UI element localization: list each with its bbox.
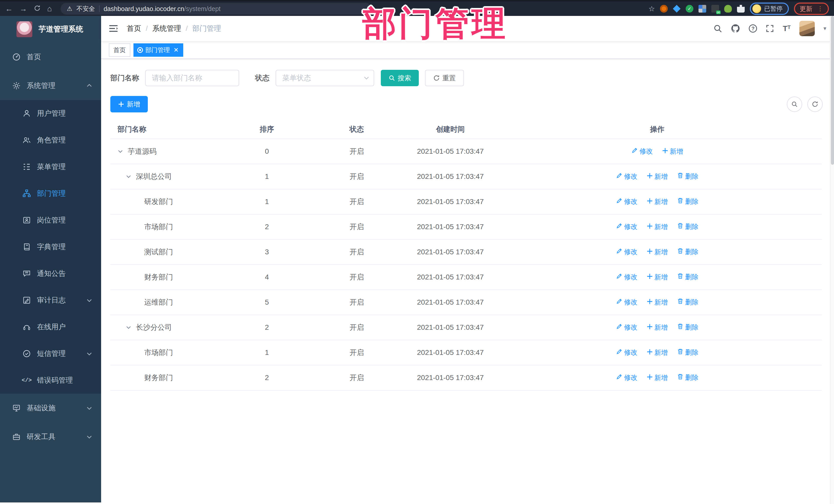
- delete-link[interactable]: 删除: [677, 373, 699, 382]
- edit-link[interactable]: 修改: [616, 172, 637, 181]
- delete-link[interactable]: 删除: [677, 222, 699, 231]
- sidebar-item[interactable]: 菜单管理: [0, 153, 101, 180]
- sidebar-item[interactable]: 在线用户: [0, 313, 101, 340]
- expand-arrow-icon[interactable]: [126, 325, 136, 330]
- sidebar-item[interactable]: 系统管理: [0, 71, 101, 100]
- add-link[interactable]: 新增: [647, 248, 668, 257]
- sort-value: 3: [228, 248, 305, 256]
- github-icon[interactable]: [731, 24, 740, 33]
- expand-arrow-icon[interactable]: [126, 174, 136, 179]
- search-button[interactable]: 搜索: [381, 70, 419, 86]
- address-bar[interactable]: ⚠ 不安全 dashboard.yudao.iocoder.cn/system/…: [61, 3, 372, 15]
- extension-icon-on-badge[interactable]: [711, 5, 719, 13]
- close-icon[interactable]: ✕: [174, 47, 179, 53]
- home-icon[interactable]: ⌂: [47, 5, 52, 13]
- scrollbar-thumb[interactable]: [831, 16, 834, 165]
- edit-link[interactable]: 修改: [616, 373, 637, 382]
- status-select[interactable]: [276, 70, 374, 86]
- add-link[interactable]: 新增: [647, 222, 668, 232]
- fullscreen-icon[interactable]: [766, 24, 774, 32]
- edit-link[interactable]: 修改: [616, 348, 637, 357]
- announcement-icon: [21, 269, 32, 278]
- add-button[interactable]: 新增: [110, 96, 148, 112]
- extensions-puzzle-icon[interactable]: [737, 5, 745, 13]
- help-icon[interactable]: ?: [749, 24, 757, 32]
- edit-link[interactable]: 修改: [616, 298, 637, 307]
- back-icon[interactable]: ←: [5, 5, 13, 13]
- browser-update-button[interactable]: 更新 ⋮: [794, 3, 829, 15]
- sidebar-item[interactable]: 角色管理: [0, 127, 101, 153]
- sidebar-item[interactable]: 通知公告: [0, 260, 101, 287]
- bookmark-star-icon[interactable]: ☆: [649, 5, 655, 13]
- add-link[interactable]: 新增: [647, 298, 668, 307]
- edit-link[interactable]: 修改: [616, 247, 637, 256]
- extension-icon-orange[interactable]: [660, 5, 668, 13]
- sort-value: 1: [228, 198, 305, 206]
- breadcrumb-item[interactable]: 首页: [127, 24, 141, 34]
- hamburger-icon[interactable]: [109, 24, 118, 32]
- extension-icon-check[interactable]: ✓: [686, 5, 694, 13]
- table-row: 市场部门 1 开启 2021-01-05 17:03:47 修改新增删除: [110, 340, 822, 366]
- sort-value: 2: [228, 374, 305, 382]
- add-link[interactable]: 新增: [647, 172, 668, 181]
- sidebar-item[interactable]: 首页: [0, 43, 101, 71]
- extension-icon-figure[interactable]: [724, 5, 732, 13]
- edit-label: 修改: [624, 373, 637, 382]
- reload-icon[interactable]: [34, 5, 41, 13]
- breadcrumb-item[interactable]: 系统管理: [152, 24, 181, 34]
- tab-label: 部门管理: [145, 46, 170, 54]
- chevron-down-icon: [86, 434, 92, 440]
- avatar-caret-down-icon[interactable]: ▾: [824, 25, 826, 32]
- edit-link[interactable]: 修改: [631, 147, 653, 156]
- add-link[interactable]: 新增: [662, 147, 683, 156]
- dict-icon: [21, 243, 32, 251]
- dept-name-input[interactable]: [145, 70, 239, 86]
- delete-link[interactable]: 删除: [677, 197, 699, 206]
- delete-link[interactable]: 删除: [677, 348, 699, 357]
- browser-profile-chip[interactable]: 已暂停: [750, 3, 789, 15]
- delete-link[interactable]: 删除: [677, 298, 699, 307]
- expand-arrow-icon[interactable]: [117, 149, 128, 154]
- trash-icon: [677, 298, 684, 306]
- forward-icon[interactable]: →: [20, 5, 27, 13]
- delete-link[interactable]: 删除: [677, 272, 699, 282]
- sidebar-item[interactable]: 研发工具: [0, 422, 101, 451]
- sidebar-item[interactable]: 短信管理: [0, 340, 101, 367]
- delete-link[interactable]: 删除: [677, 323, 699, 332]
- extension-icon-gem[interactable]: [673, 5, 681, 13]
- font-size-icon[interactable]: TT: [783, 25, 791, 32]
- plus-icon: [647, 349, 653, 357]
- delete-link[interactable]: 删除: [677, 247, 699, 256]
- sidebar-item[interactable]: </>错误码管理: [0, 367, 101, 394]
- add-link[interactable]: 新增: [647, 323, 668, 332]
- edit-link[interactable]: 修改: [616, 323, 637, 332]
- add-label: 新增: [670, 147, 683, 156]
- sidebar-item[interactable]: 基础设施: [0, 394, 101, 422]
- add-link[interactable]: 新增: [647, 348, 668, 357]
- scrollbar[interactable]: [830, 16, 834, 504]
- sidebar-item[interactable]: 部门管理: [0, 180, 101, 207]
- add-link[interactable]: 新增: [647, 273, 668, 282]
- sidebar-item[interactable]: 审计日志: [0, 287, 101, 313]
- edit-link[interactable]: 修改: [616, 197, 637, 206]
- toggle-search-button[interactable]: [787, 96, 802, 112]
- delete-link[interactable]: 删除: [677, 172, 699, 181]
- extension-icon-grid[interactable]: [699, 5, 706, 13]
- sidebar-item-label: 研发工具: [27, 432, 56, 442]
- sidebar-item[interactable]: 字典管理: [0, 234, 101, 260]
- app-logo-row[interactable]: 芋道管理系统: [0, 16, 101, 43]
- user-avatar[interactable]: [799, 21, 815, 36]
- profile-emoji-avatar: [752, 4, 761, 13]
- browser-menu-icon[interactable]: ⋮: [817, 6, 823, 12]
- tab-部门管理[interactable]: 部门管理✕: [133, 43, 183, 57]
- add-link[interactable]: 新增: [647, 373, 668, 382]
- reset-button[interactable]: 重置: [425, 70, 464, 86]
- sidebar-item[interactable]: 用户管理: [0, 100, 101, 127]
- sidebar-item[interactable]: 岗位管理: [0, 207, 101, 234]
- edit-link[interactable]: 修改: [616, 272, 637, 282]
- tab-首页[interactable]: 首页: [109, 43, 130, 57]
- add-link[interactable]: 新增: [647, 197, 668, 206]
- refresh-button[interactable]: [807, 96, 823, 112]
- edit-link[interactable]: 修改: [616, 222, 637, 231]
- search-icon[interactable]: [714, 24, 722, 33]
